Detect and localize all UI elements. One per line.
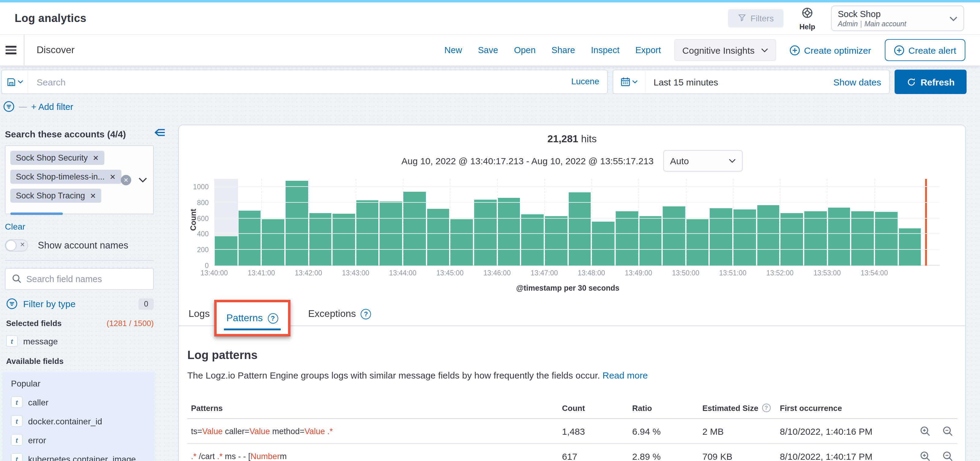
chevron-down-icon (760, 48, 768, 52)
histogram-bar[interactable] (403, 191, 426, 266)
discover-main-panel: 21,281 hits Aug 10, 2022 @ 13:40:17.213 … (178, 124, 966, 461)
histogram-chart[interactable]: Count 02004006008001000 13:40:0013:41:00… (214, 178, 940, 291)
field-item[interactable]: terror (11, 434, 155, 446)
x-tick-label: 13:48:00 (578, 269, 605, 277)
collapse-sidebar-icon[interactable] (154, 127, 166, 140)
field-item[interactable]: tdocker.container_id (11, 415, 155, 427)
query-language-toggle[interactable]: Lucene (571, 76, 599, 86)
calendar-dropdown-button[interactable] (613, 70, 646, 93)
show-dates-link[interactable]: Show dates (833, 77, 881, 87)
zoom-out-icon[interactable] (942, 450, 954, 461)
histogram-bar[interactable] (639, 217, 662, 266)
histogram-bar[interactable] (875, 212, 897, 266)
pattern-row[interactable]: ts=Value caller=Value method=Value .*1,4… (187, 419, 958, 444)
histogram-bar[interactable] (356, 200, 379, 266)
histogram-slot (615, 179, 639, 266)
help-circle-icon[interactable]: ? (267, 313, 278, 323)
histogram-bar[interactable] (522, 214, 544, 266)
field-item[interactable]: tkubernetes.container_image (11, 453, 155, 461)
field-item[interactable]: tmessage (6, 335, 175, 347)
info-circle-icon[interactable]: ? (762, 404, 771, 412)
toolbar-link-open[interactable]: Open (514, 45, 536, 55)
histogram-bar[interactable] (474, 199, 496, 266)
tab-logs[interactable]: Logs (189, 308, 210, 319)
histogram-bar[interactable] (498, 198, 520, 266)
filter-by-type-link[interactable]: Filter by type (23, 298, 76, 309)
field-item[interactable]: tcaller (11, 396, 155, 408)
field-search-wrapper (5, 268, 154, 290)
account-switcher[interactable]: Sock Shop Admin|Main account (831, 5, 964, 31)
remove-tag-icon[interactable]: ✕ (93, 153, 99, 162)
zoom-in-icon[interactable] (920, 425, 931, 437)
tab-exceptions[interactable]: Exceptions ? (308, 308, 371, 319)
refresh-button[interactable]: Refresh (894, 70, 967, 94)
create-optimizer-button[interactable]: Create optimizer (789, 45, 871, 55)
histogram-bar[interactable] (262, 219, 284, 266)
histogram-slot (332, 179, 355, 266)
create-alert-button[interactable]: Create alert (885, 39, 966, 61)
histogram-bar[interactable] (851, 211, 874, 266)
chevron-down-icon[interactable] (138, 177, 147, 183)
histogram-bar[interactable] (710, 208, 732, 266)
log-patterns-title: Log patterns (187, 349, 958, 362)
pattern-text: ts=Value caller=Value method=Value .* (187, 426, 562, 435)
help-button[interactable]: Help (799, 6, 815, 31)
histogram-bar[interactable] (545, 217, 567, 266)
accounts-title: Search these accounts (4/4) (5, 129, 126, 139)
remove-tag-icon[interactable]: ✕ (110, 172, 116, 181)
field-search-input[interactable] (5, 269, 153, 289)
toolbar-link-new[interactable]: New (444, 45, 462, 55)
histogram-bar[interactable] (757, 206, 779, 266)
histogram-bar[interactable] (451, 219, 473, 266)
filters-button[interactable]: Filters (728, 9, 784, 27)
histogram-bar[interactable] (427, 209, 449, 266)
account-tag[interactable]: Sock Shop-timeless-in...✕ (10, 170, 121, 184)
histogram-bar[interactable] (309, 213, 331, 266)
time-range-value[interactable]: Last 15 minutes (654, 77, 718, 87)
popular-label: Popular (11, 378, 41, 388)
histogram-bar[interactable] (286, 180, 308, 266)
zoom-out-icon[interactable] (942, 425, 954, 437)
toolbar-link-save[interactable]: Save (478, 45, 498, 55)
account-tag[interactable]: Sock Shop Tracing✕ (10, 189, 102, 203)
remove-tag-icon[interactable]: ✕ (90, 191, 96, 200)
pattern-row[interactable]: .* /cart .* ms - - [Numberm6172.89 %709 … (187, 444, 958, 461)
saved-queries-button[interactable] (1, 70, 28, 94)
string-type-icon: t (11, 434, 22, 446)
accounts-combobox[interactable]: Sock Shop Security✕Sock Shop-timeless-in… (5, 145, 154, 214)
histogram-bar[interactable] (663, 206, 685, 266)
account-subtitle: Admin|Main account (838, 19, 906, 29)
help-circle-icon[interactable]: ? (361, 309, 371, 319)
horizontal-scrollbar[interactable] (10, 212, 63, 215)
time-end-marker (925, 179, 927, 266)
histogram-bar[interactable] (592, 221, 614, 266)
clear-link[interactable]: Clear (5, 222, 25, 231)
popular-fields-panel: Popular tcallertdocker.container_idterro… (2, 372, 155, 461)
histogram-bar[interactable] (215, 237, 237, 266)
read-more-link[interactable]: Read more (603, 370, 648, 380)
search-input[interactable] (28, 70, 607, 93)
cognitive-insights-dropdown[interactable]: Cognitive Insights (674, 39, 776, 61)
zoom-in-icon[interactable] (920, 450, 931, 461)
toolbar-link-inspect[interactable]: Inspect (591, 45, 620, 55)
histogram-bar[interactable] (804, 211, 827, 266)
clear-all-accounts-icon[interactable]: ✕ (121, 175, 131, 185)
histogram-bar[interactable] (686, 219, 709, 266)
histogram-bar[interactable] (616, 211, 638, 266)
tab-patterns[interactable]: Patterns (226, 313, 263, 324)
menu-icon[interactable] (5, 44, 16, 56)
histogram-bar[interactable] (568, 192, 591, 266)
toolbar-link-share[interactable]: Share (552, 45, 575, 55)
show-account-names-toggle[interactable]: ✕ (5, 239, 28, 252)
filter-count-badge: 0 (138, 298, 154, 309)
histogram-bar[interactable] (238, 211, 261, 266)
histogram-bar[interactable] (332, 214, 355, 266)
toolbar-link-export[interactable]: Export (636, 45, 661, 55)
search-input-wrapper: Lucene (28, 70, 608, 94)
ratio-cell: 6.94 % (632, 426, 702, 436)
histogram-bar[interactable] (828, 207, 850, 266)
account-tag[interactable]: Sock Shop Security✕ (10, 151, 104, 165)
histogram-bar[interactable] (781, 213, 803, 266)
add-filter-link[interactable]: + Add filter (31, 102, 73, 112)
interval-select[interactable]: Auto (663, 150, 743, 172)
